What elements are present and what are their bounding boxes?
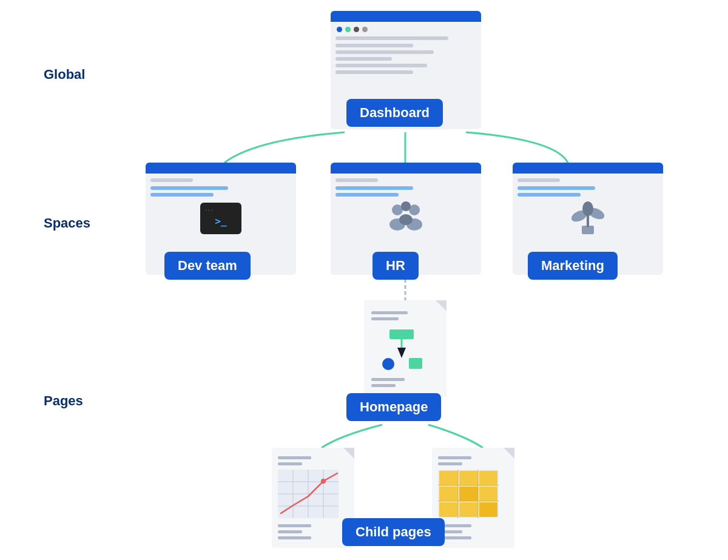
svg-point-6	[401, 201, 411, 211]
svg-point-7	[399, 214, 413, 225]
svg-rect-44	[439, 502, 458, 517]
dashboard-badge-wrap: Dashboard	[346, 99, 443, 127]
dot-teal	[345, 27, 351, 32]
line2	[335, 44, 413, 47]
svg-rect-43	[479, 487, 497, 501]
hr-people-icon	[384, 201, 428, 234]
dot-blue	[337, 27, 342, 32]
child-pages-badge: Child pages	[342, 518, 445, 546]
svg-rect-41	[439, 487, 458, 501]
dot-gray	[362, 27, 368, 32]
line3	[335, 50, 434, 54]
line1	[150, 178, 193, 182]
dashboard-browser-bar	[331, 11, 481, 22]
devteam-badge-wrap: Dev team	[164, 252, 251, 280]
line2	[335, 186, 413, 190]
dot-dark	[354, 27, 359, 32]
hr-browser-bar	[331, 163, 481, 174]
svg-rect-40	[479, 471, 497, 485]
line3	[517, 193, 581, 197]
line2	[150, 186, 228, 190]
svg-rect-20	[371, 378, 405, 381]
svg-rect-14	[371, 317, 399, 320]
line1	[335, 178, 378, 182]
svg-rect-21	[371, 384, 396, 387]
svg-point-31	[321, 479, 326, 484]
svg-rect-35	[438, 456, 471, 459]
homepage-badge-wrap: Homepage	[346, 393, 441, 421]
svg-rect-34	[278, 536, 311, 539]
svg-rect-36	[438, 462, 462, 465]
homepage-flowchart-icon	[364, 300, 447, 397]
hr-badge: HR	[372, 252, 419, 280]
child-pages-badge-wrap: Child pages	[342, 518, 445, 546]
marketing-browser-bar	[513, 163, 663, 174]
svg-rect-33	[278, 530, 302, 533]
svg-rect-32	[278, 524, 311, 527]
marketing-plant-icon	[568, 201, 607, 237]
dashboard-badge: Dashboard	[346, 99, 443, 127]
hr-badge-wrap: HR	[372, 252, 419, 280]
svg-rect-42	[459, 487, 478, 501]
line3	[335, 193, 399, 197]
marketing-badge-wrap: Marketing	[528, 252, 618, 280]
svg-rect-38	[439, 471, 458, 485]
line6	[335, 70, 413, 74]
line5	[335, 64, 427, 67]
global-label: Global	[44, 67, 85, 83]
devteam-badge: Dev team	[164, 252, 251, 280]
pages-label: Pages	[44, 393, 83, 409]
svg-rect-23	[278, 462, 302, 465]
line1	[335, 36, 448, 40]
line4	[335, 57, 392, 61]
svg-rect-39	[459, 471, 478, 485]
homepage-doc-card	[364, 300, 447, 397]
svg-marker-17	[397, 348, 406, 358]
terminal-prompt: >_	[215, 215, 226, 227]
homepage-badge: Homepage	[346, 393, 441, 421]
svg-rect-13	[371, 311, 408, 314]
devteam-browser-bar	[146, 163, 296, 174]
svg-rect-45	[459, 502, 478, 517]
spaces-label: Spaces	[44, 215, 90, 231]
svg-rect-19	[409, 358, 422, 369]
line1	[517, 178, 560, 182]
svg-rect-15	[389, 329, 414, 339]
svg-rect-46	[479, 502, 497, 517]
svg-point-12	[582, 201, 593, 216]
line2	[517, 186, 595, 190]
line3	[150, 193, 214, 197]
svg-rect-22	[278, 456, 311, 459]
terminal-icon: >_	[200, 203, 241, 234]
svg-rect-8	[582, 226, 594, 234]
svg-point-18	[382, 358, 394, 370]
marketing-badge: Marketing	[528, 252, 618, 280]
